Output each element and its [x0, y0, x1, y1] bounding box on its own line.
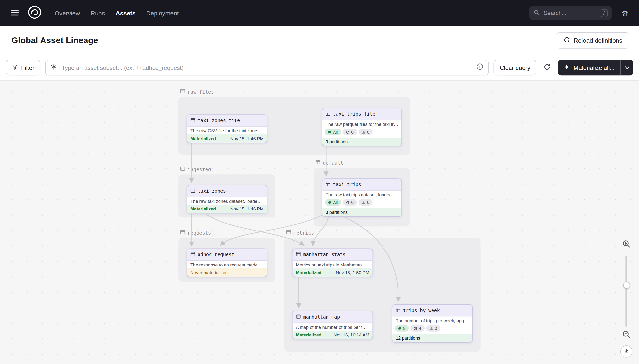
materialize-all-caret-button[interactable] [620, 60, 633, 75]
asset-node-manhattan-map[interactable]: manhattan_map A map of the number of tri… [292, 311, 373, 340]
group-label-raw-files[interactable]: raw_files [180, 89, 214, 95]
asset-node-taxi-zones[interactable]: taxi_zones The raw taxi zones dataset, l… [187, 185, 267, 214]
refresh-button[interactable] [541, 61, 553, 74]
partitions-missing-badge: 0 [343, 199, 357, 206]
asset-subset-input[interactable] [61, 64, 473, 71]
global-search[interactable]: / [529, 6, 612, 20]
asset-title: trips_by_week [403, 308, 440, 313]
materialized-timestamp: Nov 15, 1:46 PM [230, 206, 264, 212]
asset-table-icon [296, 313, 301, 320]
gear-icon: ⚙ [621, 9, 628, 17]
group-table-icon [286, 230, 291, 236]
asset-table-icon [190, 251, 195, 258]
top-navbar: Overview Runs Assets Deployment / ⚙ [0, 0, 639, 26]
clear-query-label: Clear query [500, 64, 530, 71]
asset-title: taxi_trips_file [333, 111, 375, 117]
reload-definitions-label: Reload definitions [574, 37, 622, 44]
sparkle-icon [564, 64, 570, 71]
partitions-missing-badge: 4 [410, 325, 425, 332]
download-icon [623, 348, 629, 355]
asset-title: manhattan_stats [303, 252, 346, 258]
zoom-in-button[interactable] [621, 239, 632, 250]
nav-item-runs[interactable]: Runs [91, 10, 105, 17]
asset-table-icon [326, 181, 330, 188]
asset-node-taxi-trips-file[interactable]: taxi_trips_file The raw parquet files fo… [322, 108, 402, 146]
partitions-success-badge: 8 [395, 325, 409, 332]
group-table-icon [180, 230, 185, 236]
dagster-swirl-icon [27, 5, 42, 21]
partitions-count: 3 partitions [326, 210, 348, 214]
group-name: requests [187, 230, 211, 236]
asset-description: The raw taxi zones dataset, loaded int..… [187, 197, 267, 205]
materialized-timestamp: Nov 15, 1:46 PM [230, 136, 264, 141]
asset-title: taxi_zones_file [198, 118, 240, 124]
materialize-all-split-button: Materialize all... [558, 60, 633, 75]
group-label-requests[interactable]: requests [180, 230, 211, 236]
search-shortcut-badge: / [600, 9, 607, 17]
asset-title: manhattan_map [303, 314, 340, 320]
group-name: metrics [293, 230, 314, 236]
group-name: ingested [187, 166, 211, 172]
info-icon[interactable] [476, 63, 483, 72]
status-badge: Materialized [190, 206, 216, 212]
asset-description: The raw parquet files for the taxi trips… [322, 120, 401, 128]
group-name: raw_files [187, 89, 214, 95]
asset-node-taxi-trips[interactable]: taxi_trips The raw taxi trips dataset, l… [322, 178, 402, 217]
page-header: Global Asset Lineage Reload definitions [0, 26, 639, 54]
search-icon [533, 9, 539, 17]
zoom-out-button[interactable] [621, 329, 632, 341]
zoom-slider-thumb[interactable] [623, 282, 630, 289]
page-title: Global Asset Lineage [11, 36, 98, 46]
materialized-timestamp: Nov 15, 1:50 PM [336, 270, 369, 275]
group-name: default [323, 160, 343, 166]
asset-node-trips-by-week[interactable]: trips_by_week The number of trips per we… [392, 304, 473, 343]
partition-health-badges: All 0 0 [322, 198, 401, 208]
asset-description: The raw CSV file for the taxi zones dat.… [187, 127, 267, 134]
asset-table-icon [190, 187, 195, 194]
op-selector-icon [51, 63, 57, 72]
asset-description: Metrics on taxi trips in Manhattan [293, 261, 373, 268]
partitions-failed-badge: 0 [358, 199, 373, 206]
asset-title: taxi_trips [333, 182, 361, 188]
asset-description: The response to an request made in th... [187, 261, 267, 268]
lineage-canvas[interactable]: raw_files ingested default requests metr… [0, 80, 639, 364]
group-label-default[interactable]: default [315, 160, 343, 166]
search-input[interactable] [543, 10, 597, 17]
materialized-timestamp: Nov 16, 10:14 AM [334, 332, 369, 337]
chevron-down-icon [625, 64, 629, 70]
status-badge: Materialized [296, 332, 321, 337]
asset-node-taxi-zones-file[interactable]: taxi_zones_file The raw CSV file for the… [187, 114, 267, 143]
group-label-metrics[interactable]: metrics [286, 230, 314, 236]
asset-node-manhattan-stats[interactable]: manhattan_stats Metrics on taxi trips in… [292, 248, 373, 277]
dagster-logo[interactable] [27, 5, 42, 21]
partitions-count: 3 partitions [326, 139, 348, 144]
status-badge: Materialized [190, 136, 216, 141]
status-badge: Materialized [296, 270, 321, 275]
nav-item-assets[interactable]: Assets [116, 10, 136, 17]
filter-button[interactable]: Filter [6, 60, 41, 75]
group-table-icon [180, 166, 185, 172]
group-label-ingested[interactable]: ingested [180, 166, 211, 172]
app-window: Overview Runs Assets Deployment / ⚙ Glob… [0, 0, 639, 364]
materialize-all-button[interactable]: Materialize all... [558, 60, 620, 75]
hamburger-menu-button[interactable] [9, 8, 20, 18]
navbar-right: / ⚙ [529, 6, 630, 20]
hamburger-icon [11, 9, 19, 17]
zoom-slider-track[interactable] [625, 256, 627, 327]
main-nav: Overview Runs Assets Deployment [55, 10, 179, 17]
asset-description: A map of the number of trips per taxi z.… [293, 323, 373, 331]
reload-definitions-button[interactable]: Reload definitions [557, 32, 629, 48]
asset-table-icon [396, 307, 401, 314]
partitions-failed-badge: 0 [358, 129, 373, 135]
reload-icon [563, 36, 570, 44]
nav-item-overview[interactable]: Overview [55, 10, 80, 17]
asset-subset-field [46, 60, 489, 75]
nav-item-deployment[interactable]: Deployment [146, 10, 179, 17]
asset-node-adhoc-request[interactable]: adhoc_request The response to an request… [187, 248, 267, 277]
asset-title: adhoc_request [198, 252, 234, 258]
partitions-success-badge: All [325, 199, 341, 206]
download-image-button[interactable] [620, 346, 632, 358]
settings-button[interactable]: ⚙ [620, 8, 630, 18]
clear-query-button[interactable]: Clear query [494, 60, 536, 75]
status-badge: Never materialized [187, 268, 267, 276]
